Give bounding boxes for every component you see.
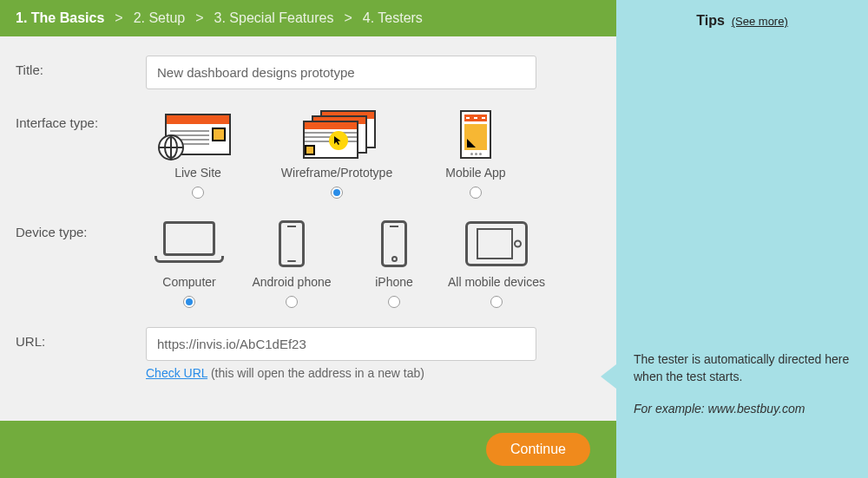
device-option-all-mobile[interactable]: All mobile devices: [453, 218, 540, 308]
chevron-right-icon: >: [109, 10, 128, 26]
interface-option-mobile-app[interactable]: Mobile App: [424, 108, 528, 199]
url-label: URL:: [16, 327, 146, 349]
radio-button[interactable]: [183, 296, 195, 308]
option-label: iPhone: [375, 275, 413, 289]
footer-bar: Continue: [0, 421, 616, 478]
option-label: Wireframe/Prototype: [281, 166, 392, 180]
iphone-icon: [351, 218, 437, 270]
tip-text: The tester is automatically directed her…: [634, 351, 851, 385]
interface-option-live-site[interactable]: Live Site: [146, 108, 250, 199]
check-url-hint-text: (this will open the address in a new tab…: [211, 366, 424, 380]
tablet-icon: [453, 218, 540, 270]
radio-button[interactable]: [388, 296, 400, 308]
callout-arrow-icon: [601, 364, 616, 389]
tips-panel: Tips (See more) The tester is automatica…: [616, 0, 868, 478]
option-label: Computer: [162, 275, 215, 289]
check-url-link[interactable]: Check URL: [146, 366, 207, 380]
tip-example: For example: www.bestbuy.com: [634, 401, 851, 418]
option-label: Android phone: [252, 275, 331, 289]
radio-button[interactable]: [331, 187, 343, 199]
title-input[interactable]: [146, 56, 536, 89]
radio-button[interactable]: [192, 187, 204, 199]
radio-button[interactable]: [470, 187, 482, 199]
radio-button[interactable]: [286, 296, 298, 308]
see-more-link[interactable]: (See more): [732, 15, 788, 28]
cursor-icon: [329, 131, 348, 150]
android-phone-icon: [248, 218, 335, 270]
breadcrumb: 1. The Basics > 2. Setup > 3. Special Fe…: [0, 0, 616, 36]
option-label: All mobile devices: [448, 275, 545, 289]
tips-title: Tips: [696, 13, 725, 28]
device-option-computer[interactable]: Computer: [146, 218, 233, 308]
chevron-right-icon: >: [190, 10, 208, 26]
option-label: Live Site: [174, 166, 221, 180]
chevron-right-icon: >: [339, 10, 357, 26]
device-option-iphone[interactable]: iPhone: [351, 218, 437, 308]
breadcrumb-step-3[interactable]: 3. Special Features: [214, 10, 334, 26]
title-label: Title:: [16, 56, 146, 77]
computer-icon: [146, 218, 233, 270]
interface-option-wireframe[interactable]: Wireframe/Prototype: [285, 108, 389, 199]
radio-button[interactable]: [490, 296, 503, 308]
interface-type-label: Interface type:: [16, 108, 146, 130]
breadcrumb-step-4[interactable]: 4. Testers: [363, 10, 423, 26]
breadcrumb-step-1[interactable]: 1. The Basics: [16, 10, 104, 26]
option-label: Mobile App: [445, 166, 505, 180]
continue-button[interactable]: Continue: [486, 433, 590, 466]
wireframe-icon: [293, 108, 380, 160]
mobile-app-icon: [432, 108, 519, 160]
url-input[interactable]: [146, 327, 536, 361]
breadcrumb-step-2[interactable]: 2. Setup: [134, 10, 186, 26]
device-type-label: Device type:: [16, 218, 146, 239]
device-option-android[interactable]: Android phone: [248, 218, 335, 308]
live-site-icon: [155, 108, 241, 160]
